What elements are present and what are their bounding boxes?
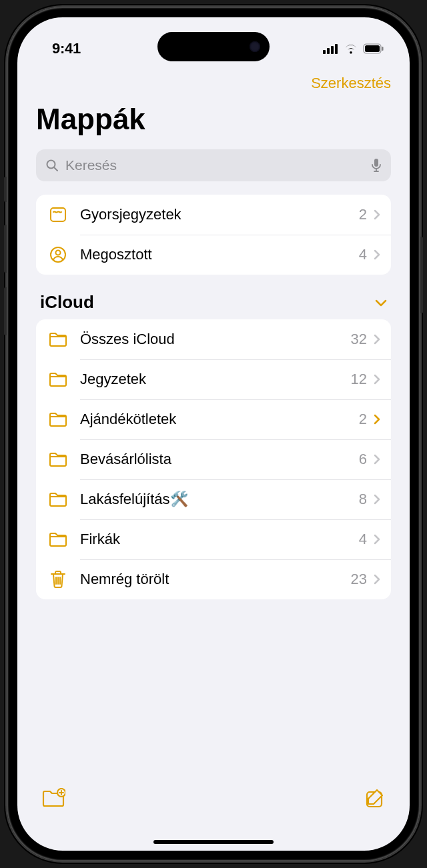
folder-label: Ajándékötletek: [80, 411, 359, 428]
folder-count: 8: [359, 491, 367, 508]
svg-rect-2: [331, 46, 334, 54]
phone-side-buttons-left: [4, 177, 7, 350]
trash-icon: [47, 570, 69, 589]
folder-count: 23: [351, 571, 367, 588]
search-icon: [45, 159, 59, 172]
chevron-right-icon: [374, 454, 380, 465]
folder-label: Jegyzetek: [80, 371, 351, 388]
folder-count: 4: [359, 531, 367, 548]
folder-count: 2: [359, 411, 367, 428]
icloud-folders-card: Összes iCloud 32 Jegyzetek 12 Ajándékötl…: [36, 319, 391, 599]
chevron-right-icon: [374, 249, 380, 260]
svg-rect-0: [323, 50, 326, 54]
folder-icon: [47, 371, 69, 387]
svg-rect-10: [51, 208, 65, 221]
folder-count: 12: [351, 371, 367, 388]
search-bar[interactable]: [36, 149, 391, 181]
nav-bar: Szerkesztés: [17, 68, 410, 95]
chevron-right-icon: [374, 334, 380, 345]
folder-count: 4: [359, 246, 367, 263]
quicknote-icon: [47, 205, 69, 224]
folder-count: 32: [351, 331, 367, 348]
folder-row[interactable]: Lakásfelújítás🛠️ 8: [36, 479, 391, 519]
folder-icon: [47, 411, 69, 427]
page-title: Mappák: [17, 95, 410, 149]
folder-row[interactable]: Jegyzetek 12: [36, 359, 391, 399]
new-note-button[interactable]: [364, 788, 386, 809]
folder-label: Gyorsjegyzetek: [80, 206, 359, 223]
dynamic-island: [157, 32, 270, 61]
folder-row[interactable]: Ajándékötletek 2: [36, 399, 391, 439]
svg-point-7: [47, 161, 55, 169]
folder-label: Megosztott: [80, 246, 359, 263]
chevron-right-icon: [374, 494, 380, 505]
svg-point-12: [56, 251, 61, 255]
dictation-icon[interactable]: [371, 158, 382, 173]
content-scroll[interactable]: Gyorsjegyzetek 2 Megosztott 4: [17, 195, 410, 776]
phone-side-button-right: [420, 237, 423, 313]
chevron-right-icon: [374, 574, 380, 585]
chevron-right-icon: [374, 209, 380, 220]
phone-frame: 9:41 Szerkesztés Mappák: [7, 7, 420, 861]
folder-count: 2: [359, 206, 367, 223]
wifi-icon: [344, 43, 358, 54]
folder-icon: [47, 531, 69, 547]
folder-label: Firkák: [80, 531, 359, 548]
status-time: 9:41: [52, 40, 81, 57]
folder-label: Összes iCloud: [80, 331, 351, 348]
folder-icon: [47, 491, 69, 507]
new-folder-button[interactable]: [41, 788, 65, 808]
home-indicator[interactable]: [153, 840, 274, 844]
svg-rect-9: [374, 159, 378, 167]
top-folders-card: Gyorsjegyzetek 2 Megosztott 4: [36, 195, 391, 275]
folder-row[interactable]: Összes iCloud 32: [36, 319, 391, 359]
section-header-icloud[interactable]: iCloud: [36, 292, 391, 319]
folder-icon: [47, 451, 69, 467]
folder-count: 6: [359, 451, 367, 468]
svg-line-8: [55, 168, 58, 171]
folder-row-quicknotes[interactable]: Gyorsjegyzetek 2: [36, 195, 391, 235]
folder-icon: [47, 331, 69, 347]
folder-label: Nemrég törölt: [80, 571, 351, 588]
folder-label: Bevásárlólista: [80, 451, 359, 468]
chevron-right-icon: [374, 534, 380, 545]
edit-button[interactable]: Szerkesztés: [311, 75, 391, 92]
search-input[interactable]: [65, 157, 364, 173]
section-title: iCloud: [40, 292, 94, 313]
chevron-down-icon[interactable]: [375, 299, 387, 307]
shared-icon: [47, 245, 69, 264]
svg-rect-1: [327, 48, 330, 54]
folder-row-shared[interactable]: Megosztott 4: [36, 235, 391, 275]
folder-row[interactable]: Bevásárlólista 6: [36, 439, 391, 479]
battery-icon: [363, 43, 384, 54]
folder-row[interactable]: Firkák 4: [36, 519, 391, 559]
svg-rect-3: [335, 44, 338, 54]
screen: 9:41 Szerkesztés Mappák: [17, 17, 410, 851]
svg-rect-5: [365, 45, 380, 52]
folder-row-trash[interactable]: Nemrég törölt 23: [36, 559, 391, 599]
folder-label: Lakásfelújítás🛠️: [80, 491, 359, 508]
svg-rect-6: [382, 47, 384, 51]
chevron-right-icon: [374, 414, 380, 425]
chevron-right-icon: [374, 374, 380, 385]
cellular-icon: [323, 43, 339, 54]
